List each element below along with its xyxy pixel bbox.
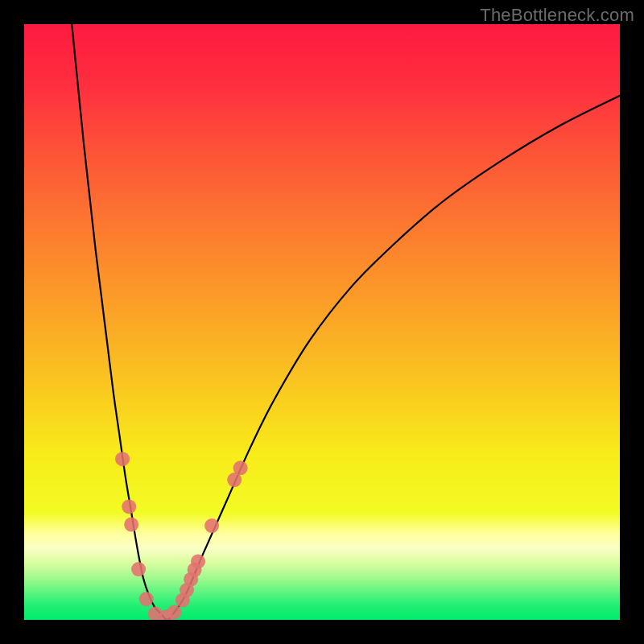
- watermark-text: TheBottleneck.com: [480, 5, 634, 26]
- data-marker: [191, 554, 205, 568]
- data-marker: [122, 499, 136, 514]
- data-marker: [233, 460, 248, 475]
- data-marker: [115, 452, 130, 466]
- plot-area: [24, 24, 620, 620]
- curve-layer: [24, 24, 620, 620]
- data-marker: [204, 518, 219, 533]
- data-marker: [131, 562, 146, 576]
- data-marker: [124, 518, 138, 532]
- data-marker: [139, 592, 154, 606]
- bottleneck-curve: [72, 24, 620, 620]
- chart-frame: TheBottleneck.com: [0, 0, 644, 644]
- data-marker: [167, 605, 181, 619]
